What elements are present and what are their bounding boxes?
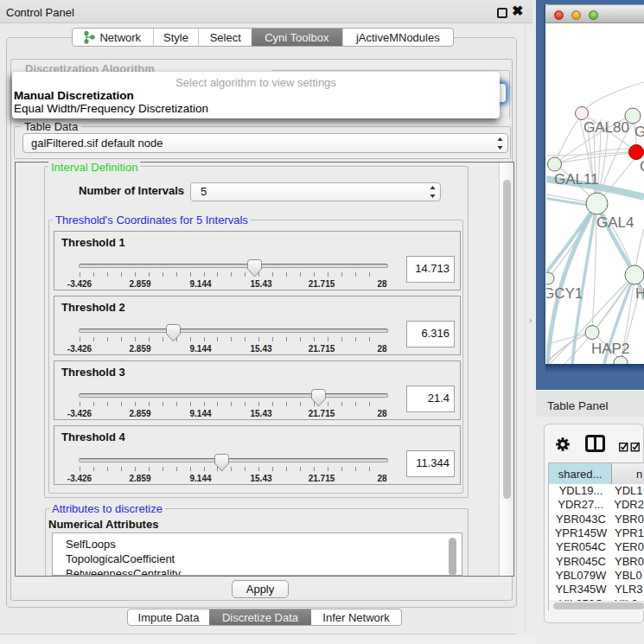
svg-text:GAL4: GAL4 [596, 214, 634, 231]
svg-text:C: C [640, 158, 644, 175]
svg-text:GAL80: GAL80 [583, 119, 629, 136]
svg-text:G.: G. [634, 124, 644, 140]
svg-text:HAP2: HAP2 [591, 341, 629, 357]
svg-text:GAL11: GAL11 [554, 171, 599, 188]
svg-text:H: H [635, 285, 644, 302]
svg-text:GCY1: GCY1 [546, 285, 583, 302]
